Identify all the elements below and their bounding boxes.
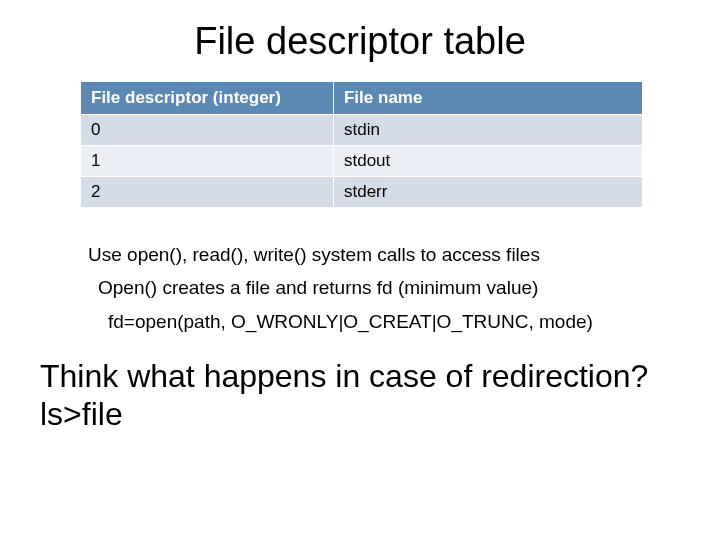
table-row: 0 stdin [81,115,643,146]
header-name: File name [333,82,642,115]
cell-name: stdin [333,115,642,146]
cell-fd: 1 [81,146,334,177]
cell-name: stdout [333,146,642,177]
question-block: Think what happens in case of redirectio… [40,357,680,434]
table-row: 2 stderr [81,177,643,208]
table-row: 1 stdout [81,146,643,177]
question-line-2: ls>file [40,395,680,433]
table-header-row: File descriptor (integer) File name [81,82,643,115]
file-descriptor-table: File descriptor (integer) File name 0 st… [80,81,643,208]
cell-fd: 0 [81,115,334,146]
bullet-line-3: fd=open(path, O_WRONLY|O_CREAT|O_TRUNC, … [108,310,680,335]
question-line-1: Think what happens in case of redirectio… [40,357,680,395]
header-fd: File descriptor (integer) [81,82,334,115]
cell-name: stderr [333,177,642,208]
bullet-list: Use open(), read(), write() system calls… [88,243,680,335]
bullet-line-2: Open() creates a file and returns fd (mi… [98,276,680,301]
bullet-line-1: Use open(), read(), write() system calls… [88,243,680,268]
cell-fd: 2 [81,177,334,208]
slide-title: File descriptor table [40,20,680,63]
